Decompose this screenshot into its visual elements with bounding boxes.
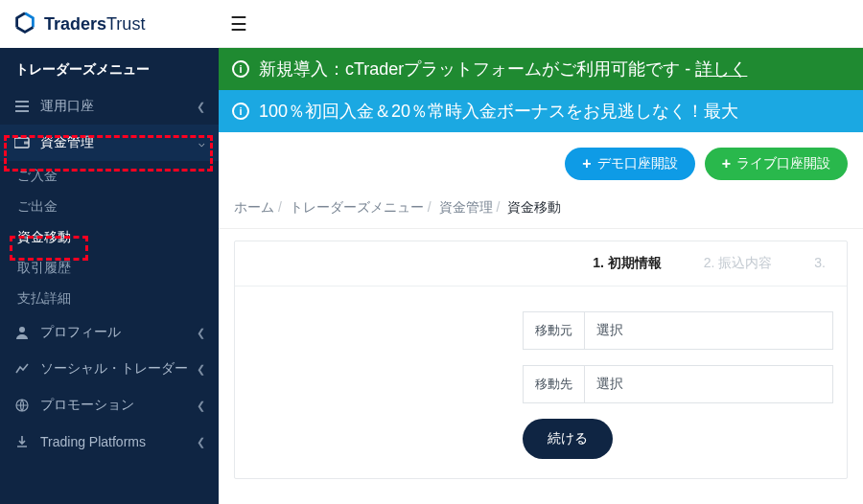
chevron-left-icon: ❮	[197, 327, 205, 339]
continue-button[interactable]: 続ける	[523, 419, 613, 459]
nav-label: プロフィール	[40, 324, 121, 341]
user-icon	[13, 324, 31, 341]
nav-item-platforms[interactable]: Trading Platforms ❮	[0, 424, 219, 460]
logo-text: TradersTrust	[44, 14, 145, 34]
nav-item-funds[interactable]: 資金管理 ⌵	[0, 125, 219, 161]
from-label: 移動元	[523, 311, 584, 350]
nav-label: 運用口座	[40, 98, 94, 115]
svg-rect-4	[24, 142, 29, 145]
banner-text: 100％初回入金＆20％常時入金ボーナスをお見逃しなく！最大	[259, 100, 738, 123]
row-from: 移動元 選択	[523, 311, 847, 350]
download-icon	[13, 433, 31, 450]
open-live-button[interactable]: +ライブ口座開設	[705, 148, 848, 180]
steps: 1. 初期情報 2. 振込内容 3.	[235, 241, 847, 286]
chart-icon	[13, 360, 31, 378]
globe-icon	[13, 397, 31, 414]
from-select[interactable]: 選択	[584, 311, 833, 350]
plus-icon: +	[722, 156, 731, 172]
svg-point-5	[19, 327, 25, 332]
nav-item-profile[interactable]: プロフィール ❮	[0, 314, 219, 351]
crumb-current: 資金移動	[507, 199, 561, 215]
banner-text: 新規導入：cTraderプラットフォームがご利用可能です - 詳しく	[259, 57, 747, 80]
info-icon: i	[232, 103, 249, 120]
logo-icon	[12, 11, 38, 37]
svg-rect-2	[15, 110, 29, 112]
nav-label: ソーシャル・トレーダー	[40, 360, 188, 378]
nav-label: 資金管理	[40, 134, 94, 151]
sidebar-title: トレーダーズメニュー	[0, 48, 219, 88]
banner-bonus[interactable]: i 100％初回入金＆20％常時入金ボーナスをお見逃しなく！最大	[219, 90, 863, 132]
nav-sub-payment[interactable]: 支払詳細	[0, 284, 219, 314]
step-1[interactable]: 1. 初期情報	[571, 255, 683, 272]
nav-sub-transfer[interactable]: 資金移動	[0, 222, 219, 253]
logo[interactable]: TradersTrust	[0, 0, 219, 48]
topbar: ☰	[219, 0, 863, 48]
hamburger-icon[interactable]: ☰	[230, 12, 247, 35]
info-icon: i	[232, 60, 249, 78]
step-2: 2. 振込内容	[683, 255, 794, 272]
nav-sub-funds: ご入金 ご出金 資金移動 取引履歴 支払詳細	[0, 161, 219, 314]
plus-icon: +	[582, 156, 591, 172]
chevron-left-icon: ❮	[197, 400, 205, 412]
chevron-left-icon: ❮	[197, 436, 205, 448]
nav-sub-withdraw[interactable]: ご出金	[0, 192, 219, 222]
nav-item-promo[interactable]: プロモーション ❮	[0, 387, 219, 424]
nav-item-accounts[interactable]: 運用口座 ❮	[0, 88, 219, 125]
crumb-home[interactable]: ホーム	[234, 199, 274, 215]
wallet-icon	[13, 134, 31, 151]
nav-sub-label: ご入金	[17, 169, 58, 183]
action-row: +デモ口座開設 +ライブ口座開設	[219, 132, 863, 190]
row-to: 移動先 選択	[523, 365, 847, 403]
nav-sub-label: 支払詳細	[17, 291, 71, 306]
sidebar-nav: 運用口座 ❮ 資金管理 ⌵ ご入金 ご出金 資金移動 取引履歴 支払詳細 プロフ…	[0, 88, 219, 460]
nav-sub-deposit[interactable]: ご入金	[0, 161, 219, 192]
step-3: 3.	[793, 255, 847, 272]
svg-rect-0	[15, 101, 29, 103]
to-select[interactable]: 選択	[584, 365, 833, 403]
chevron-left-icon: ❮	[197, 101, 205, 113]
nav-sub-label: ご出金	[17, 199, 58, 214]
nav-sub-history[interactable]: 取引履歴	[0, 253, 219, 284]
nav-sub-label: 資金移動	[17, 230, 71, 244]
nav-sub-label: 取引履歴	[17, 261, 71, 275]
nav-item-social[interactable]: ソーシャル・トレーダー ❮	[0, 351, 219, 387]
crumb-menu[interactable]: トレーダーズメニュー	[290, 199, 424, 215]
breadcrumb: ホーム/ トレーダーズメニュー/ 資金管理/ 資金移動	[219, 190, 863, 229]
button-label: デモ口座開設	[597, 155, 678, 172]
transfer-card: 1. 初期情報 2. 振込内容 3. 移動元 選択 移動先 選択 続ける	[234, 241, 848, 479]
sidebar: TradersTrust トレーダーズメニュー 運用口座 ❮ 資金管理 ⌵ ご入…	[0, 0, 219, 504]
button-label: ライブ口座開設	[736, 155, 830, 172]
crumb-funds[interactable]: 資金管理	[439, 199, 493, 215]
svg-rect-1	[15, 105, 29, 107]
banner-ctrader[interactable]: i 新規導入：cTraderプラットフォームがご利用可能です - 詳しく	[219, 48, 863, 90]
form: 移動元 選択 移動先 選択 続ける	[235, 286, 847, 478]
main: ☰ i 新規導入：cTraderプラットフォームがご利用可能です - 詳しく i…	[219, 0, 863, 504]
list-icon	[13, 98, 31, 115]
to-label: 移動先	[523, 365, 584, 403]
chevron-down-icon: ⌵	[198, 137, 205, 149]
chevron-left-icon: ❮	[197, 363, 205, 376]
open-demo-button[interactable]: +デモ口座開設	[565, 148, 694, 180]
nav-label: プロモーション	[40, 397, 134, 414]
nav-label: Trading Platforms	[40, 434, 146, 449]
